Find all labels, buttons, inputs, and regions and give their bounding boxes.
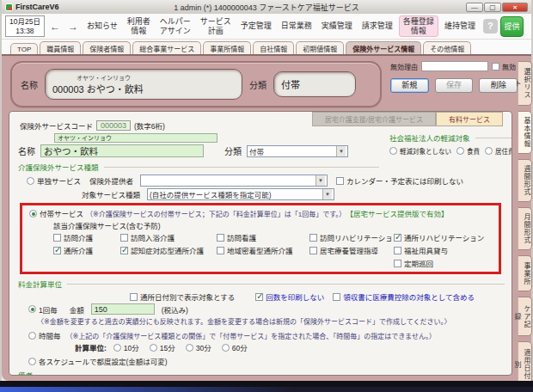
tab-bar: TOP 職員情報 保険者情報 総合事業サービス 事業所情報 自社情報 初期値情報… bbox=[2, 40, 531, 54]
menu-nichijo-gyomu[interactable]: 日常業務 bbox=[278, 21, 316, 31]
receipt-deduction-checkbox[interactable]: 領収書に医療費控除の対象として含める bbox=[333, 291, 475, 302]
minimize-button[interactable]: — bbox=[466, 3, 483, 12]
forward-arrow-button[interactable]: → bbox=[65, 21, 81, 33]
tab-hokensha[interactable]: 保険者情報 bbox=[83, 41, 131, 54]
radio-60min[interactable]: 60分 bbox=[222, 342, 248, 352]
invalid-checkbox[interactable]: 無効 bbox=[492, 62, 516, 71]
service-code-label: 保険外サービスコード bbox=[20, 120, 93, 131]
category-select[interactable]: 付帯 ▼ bbox=[247, 145, 348, 157]
checkbox-tsusho-rehab[interactable]: 通所リハビリテーション bbox=[394, 232, 493, 242]
tax-note: (税込み) bbox=[162, 304, 188, 315]
side-tab-sentaku-list[interactable]: 選択リスト bbox=[518, 61, 532, 106]
amount-field[interactable]: 150 bbox=[91, 303, 155, 315]
menu-yotei-kanri[interactable]: 予定管理 bbox=[237, 21, 275, 31]
subtab-yuryo-service[interactable]: 有料サービス bbox=[436, 112, 503, 126]
titlebar: FirstCareV6 1 admin (*) 1400000043 ファースト… bbox=[2, 0, 531, 14]
tab-jigyosho[interactable]: 事業所情報 bbox=[203, 41, 251, 54]
radio-residence-cost[interactable]: 居住費 bbox=[485, 146, 512, 156]
tab-sogo-jigyo[interactable]: 総合事業サービス bbox=[132, 41, 201, 54]
name-field[interactable]: おやつ・飲料 bbox=[40, 144, 204, 157]
app-window: FirstCareV6 1 admin (*) 1400000043 ファースト… bbox=[0, 0, 533, 381]
name-label: 名称 bbox=[21, 78, 38, 91]
tab-jisha[interactable]: 自社情報 bbox=[253, 41, 294, 54]
checkbox-tsusho-kaigo[interactable]: 通所介護 bbox=[53, 245, 120, 255]
furigana-field[interactable]: オヤツ・インリョウ bbox=[54, 133, 217, 143]
service-code-field[interactable]: 000003 bbox=[96, 120, 131, 131]
record-header: 名称 オヤツ・インリョウ 000003 おやつ・飲料 分類 付帯 無効理由 無効 bbox=[9, 59, 512, 111]
menu-riyosha-joho[interactable]: 利用者 情報 bbox=[124, 16, 154, 36]
calendar-print-checkbox[interactable]: カレンダー・予定表には印刷しない bbox=[336, 175, 463, 186]
chevron-down-icon: ▼ bbox=[336, 146, 346, 156]
side-tab-jigyosho[interactable]: 事業所 bbox=[518, 255, 532, 291]
target-service-label: 対象サービス種類 bbox=[82, 189, 140, 199]
tab-sonota[interactable]: その他情報 bbox=[423, 41, 471, 54]
menu-iji-kanri[interactable]: 維持管理 bbox=[441, 21, 479, 31]
main-area: 名称 オヤツ・インリョウ 000003 おやつ・飲料 分類 付帯 無効理由 無効 bbox=[2, 54, 531, 381]
tab-hokengai-service[interactable]: 保険外サービス情報 bbox=[346, 41, 421, 54]
radio-per-time[interactable]: 1回毎 bbox=[28, 304, 58, 315]
provider-select[interactable]: ▼ bbox=[140, 175, 328, 187]
back-arrow-button[interactable]: ← bbox=[47, 21, 63, 33]
amount-label: 金額 bbox=[70, 304, 84, 315]
tab-shokichi[interactable]: 初期値情報 bbox=[296, 41, 344, 54]
reduction-title: 社会福祉法人の軽減対象 bbox=[389, 132, 470, 143]
futai-note: （※介護保険サービスの付帯サービス；下記の「料金計算単位」は「1回毎」です。） bbox=[86, 209, 346, 218]
checkbox-chiiki-tsusho[interactable]: 地域密着型通所介護 bbox=[217, 245, 309, 255]
record-name-value: 000003 おやつ・飲料 bbox=[52, 82, 235, 95]
checkbox-homon-kango[interactable]: 訪問看護 bbox=[217, 232, 309, 242]
chevron-down-icon: ▼ bbox=[322, 189, 332, 199]
radio-meal-cost[interactable]: 食費 bbox=[456, 146, 480, 156]
no-print-count-checkbox[interactable]: 回数を印刷しない bbox=[255, 291, 324, 302]
basic-info-panel: 居宅介護支援/居宅介護サービス 有料サービス 保険外サービスコード 000003… bbox=[9, 111, 512, 376]
provide-button[interactable]: 提供 bbox=[500, 16, 524, 37]
record-category-display: 付帯 bbox=[273, 71, 356, 97]
radio-no-reduction[interactable]: 軽減対象としない bbox=[389, 146, 451, 156]
radio-futai-service[interactable]: 付帯サービス bbox=[29, 208, 83, 218]
radio-30min[interactable]: 30分 bbox=[186, 342, 211, 352]
menu-service-keikaku[interactable]: サービス 計画 bbox=[197, 16, 235, 36]
close-button[interactable]: × bbox=[502, 3, 528, 12]
checkbox-homon-kaigo[interactable]: 訪問介護 bbox=[53, 232, 120, 242]
toolbar: 10月25日 13:38 ← → お知らせ 利用者 情報 ヘルパー アサイン サ… bbox=[2, 14, 531, 40]
radio-per-schedule[interactable]: 各スケジュールで都度設定(金額は可変) bbox=[28, 356, 168, 366]
record-furigana: オヤツ・インリョウ bbox=[77, 73, 235, 82]
radio-15min[interactable]: 15分 bbox=[150, 342, 175, 352]
side-tab-gekkan-keishiki[interactable]: 月間形式 bbox=[518, 207, 532, 250]
maximize-button[interactable]: ▢ bbox=[484, 3, 501, 12]
help-button[interactable]: ? bbox=[483, 19, 498, 34]
checkbox-teiki-junkai[interactable]: 定期巡回 bbox=[394, 258, 493, 268]
amount-change-note: 〈※金額を変更すると過去の実績分にも反映されます。金額を変更する場合は新規の「保… bbox=[37, 316, 505, 326]
tab-shokuin[interactable]: 職員情報 bbox=[40, 41, 81, 54]
radio-standalone-service[interactable]: 単独サービス bbox=[27, 175, 81, 186]
menu-helper-assign[interactable]: ヘルパー アサイン bbox=[156, 16, 194, 36]
applicable-services-grid: 訪問介護 訪問入浴介護 訪問看護 訪問リハビリテーション 通所リハビリテーション… bbox=[53, 232, 493, 268]
radio-hourly[interactable]: 時間毎 bbox=[28, 330, 61, 340]
checkbox-ninchisho-tsusho[interactable]: 認知症対応型通所介護 bbox=[120, 245, 217, 255]
menu-jisseki-kanri[interactable]: 実績管理 bbox=[318, 21, 356, 31]
checkbox-kyotaku-ryoyo[interactable]: 居宅療養管理指導 bbox=[309, 245, 394, 255]
checkbox-homon-rehab[interactable]: 訪問リハビリテーション bbox=[309, 232, 394, 242]
name-field-label: 名称 bbox=[18, 144, 35, 157]
radio-10min[interactable]: 10分 bbox=[113, 342, 139, 352]
new-button[interactable]: 新規 bbox=[390, 78, 429, 93]
tab-top[interactable]: TOP bbox=[10, 43, 38, 54]
side-tab-shukan-keishiki[interactable]: 週間形式 bbox=[518, 159, 532, 202]
subtab-kyotaku[interactable]: 居宅介護支援/居宅介護サービス bbox=[312, 112, 436, 126]
service-kind-subtabs: 居宅介護支援/居宅介護サービス 有料サービス bbox=[312, 112, 503, 126]
display-by-date-checkbox[interactable]: 通所日付別で表示対象とする bbox=[130, 291, 235, 302]
checkbox-homon-nyuyoku[interactable]: 訪問入浴介護 bbox=[120, 232, 217, 242]
category-field-label: 分類 bbox=[224, 144, 242, 157]
futai-service-highlight-box: 付帯サービス （※介護保険サービスの付帯サービス；下記の「料金計算単位」は「1回… bbox=[20, 203, 501, 274]
checkbox-fukushi-yogu[interactable]: 福祉用具貸与 bbox=[394, 245, 493, 255]
invalid-reason-input[interactable] bbox=[421, 61, 488, 71]
menu-kakushu-toroku[interactable]: 各種登録 情報 bbox=[399, 15, 438, 37]
record-name-display: オヤツ・インリョウ 000003 おやつ・飲料 bbox=[45, 69, 242, 100]
window-title: 1 admin (*) 1400000043 ファーストケア福祉サービス bbox=[2, 2, 531, 13]
side-tab-kihon-joho[interactable]: 基本情報 bbox=[518, 111, 532, 154]
menu-seikyu-kanri[interactable]: 請求管理 bbox=[358, 21, 396, 31]
side-tab-care-kiroku[interactable]: ケア記録 bbox=[518, 297, 532, 336]
header-controls: 無効理由 無効 新規 保存 削除 bbox=[390, 61, 518, 93]
menu-oshirase[interactable]: お知らせ bbox=[83, 21, 121, 31]
save-button[interactable]: 保存 bbox=[435, 78, 474, 93]
target-service-select[interactable]: (自社の提供サービス種類を指定可能) ▼ bbox=[147, 188, 334, 200]
